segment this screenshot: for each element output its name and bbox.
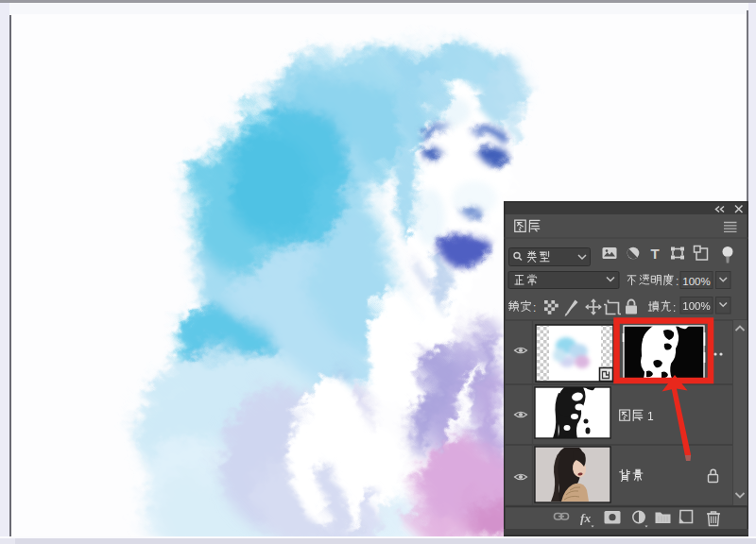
svg-text:100%: 100% <box>682 276 710 287</box>
svg-text:100%: 100% <box>682 300 710 312</box>
svg-text::: : <box>676 275 679 288</box>
svg-text:T: T <box>650 246 659 262</box>
svg-text:fx: fx <box>580 511 591 525</box>
svg-text::: : <box>673 301 676 314</box>
svg-text::: : <box>533 301 536 314</box>
svg-text:1: 1 <box>647 410 654 423</box>
